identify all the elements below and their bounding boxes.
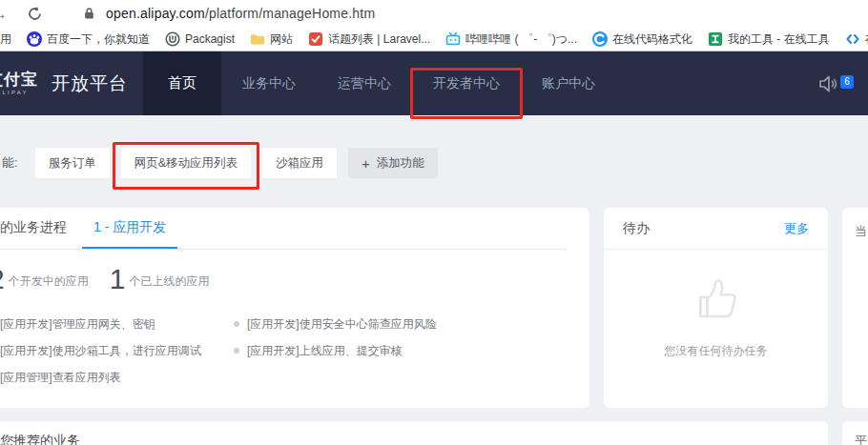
bookmark-label: 话题列表 | Laravel... [328,33,430,45]
todo-card-body: 您没有任何待办任务 [604,250,828,408]
bookmark-online-partial[interactable]: 在 [845,31,868,47]
bullet-icon [234,348,239,354]
nav-item-operation-center[interactable]: 运营中心 [317,51,412,115]
bookmark-code-formatter[interactable]: 在线代码格式化 [592,31,692,47]
address-bar[interactable]: open.alipay.com/platform/manageHome.htm [83,6,375,21]
nav-item-account-center[interactable]: 账户中心 [521,51,616,115]
forward-icon[interactable]: → [0,6,8,22]
list-item-text: [应用开发]使用沙箱工具，进行应用调试 [0,337,201,364]
url-path: /platform/manageHome.htm [205,6,375,21]
code-brackets-icon [845,31,860,47]
thumbs-up-icon [690,273,743,330]
top-navbar: 支付宝 ALIPAY 开放平台 首页 业务中心 运营中心 开发者中心 账户中心 [0,51,868,115]
stat-label: 个已上线的应用 [129,273,209,290]
alipay-logo-mark: 支付宝 ALIPAY [0,71,38,95]
speaker-icon [816,73,839,94]
bookmark-baidu[interactable]: 百度一下，你就知道 [27,31,150,47]
app-stats: 2 个开发中的应用 1 个已上线的应用 [0,265,567,293]
nav-item-label: 业务中心 [242,75,296,92]
quick-actions-toolbar: 能: 服务订单 网页&移动应用列表 沙箱应用 + 添加功能 [0,148,449,178]
bookmark-partial[interactable]: 用 [0,33,11,45]
right-card-title-partial: 当 [855,224,867,238]
stat-label: 个开发中的应用 [9,273,89,290]
alipay-logo-en: ALIPAY [0,90,29,95]
folder-icon [250,31,265,47]
todo-empty-text: 您没有任何待办任务 [665,343,768,359]
stat-online-apps: 1 个已上线的应用 [110,265,210,293]
nav-item-label: 账户中心 [542,75,595,92]
tab-app-development[interactable]: 1 - 应用开发 [82,219,177,249]
address-row: → open.alipay.com/platform/manageHome.ht… [0,0,868,27]
right-edge-card: 当 [842,208,868,408]
list-item: [应用开发]使用安全中心筛查应用风险 [234,311,437,337]
list-item-text: [应用开发]使用安全中心筛查应用风险 [247,311,437,337]
nav-item-business-center[interactable]: 业务中心 [221,51,317,115]
list-item: [应用管理]查看应用列表 [0,364,234,391]
progress-task-lists: [应用开发]管理应用网关、密钥 [应用开发]使用沙箱工具，进行应用调试 [应用管… [0,311,567,391]
bookmark-label: 百度一下，你就知道 [47,33,150,45]
bookmark-label: Packagist [185,33,235,45]
main-menu: 首页 业务中心 运营中心 开发者中心 账户中心 [143,51,616,115]
stat-developing-apps: 2 个开发中的应用 [0,265,89,293]
plus-icon: + [362,155,370,172]
notification-speaker[interactable]: 6 [816,73,839,94]
notification-badge: 6 [840,75,854,89]
task-list-left: [应用开发]管理应用网关、密钥 [应用开发]使用沙箱工具，进行应用调试 [应用管… [0,311,234,391]
list-item-text: [应用开发]上线应用、提交审核 [247,337,403,364]
nav-item-label: 首页 [168,74,196,92]
reload-glyph [27,6,43,22]
bookmark-website-folder[interactable]: 网站 [250,31,293,47]
bookmark-label: 在线代码格式化 [612,33,692,45]
nav-item-home[interactable]: 首页 [143,51,221,115]
sandbox-app-button[interactable]: 沙箱应用 [262,148,337,178]
recommend-card: 您推荐的业务 [0,421,828,445]
bookmark-label: 哔哩哔哩 ( ゜- ゜)つ... [465,33,577,45]
list-item: [应用开发]管理应用网关、密钥 [0,311,234,337]
screen: → open.alipay.com/platform/manageHome.ht… [0,0,868,445]
toolbar-label-partial: 能: [2,154,18,172]
todo-card: 待办 更多 您没有任何待办任务 [604,208,828,408]
list-item: [应用开发]上线应用、提交审核 [234,337,437,364]
lock-icon [83,7,95,20]
service-orders-button[interactable]: 服务订单 [35,148,110,178]
add-feature-label: 添加功能 [377,155,424,172]
web-mobile-app-list-button[interactable]: 网页&移动应用列表 [121,148,251,178]
bookmark-my-tools[interactable]: 我的工具 - 在线工具 [708,31,830,47]
bookmark-label: 用 [0,33,11,45]
task-list-right: [应用开发]使用安全中心筛查应用风险 [应用开发]上线应用、提交审核 [234,311,437,391]
code-formatter-icon [592,31,608,47]
bottom-right-edge-card: 平 [842,421,868,445]
url-text: open.alipay.com/platform/manageHome.htm [106,6,375,21]
stat-number: 2 [0,265,5,293]
baidu-icon [27,31,42,47]
stat-number: 1 [110,265,126,293]
nav-item-label: 运营中心 [338,75,391,92]
bookmark-packagist[interactable]: Packagist [165,31,235,47]
bookmarks-bar: 用 百度一下，你就知道 [0,27,868,51]
packagist-icon [165,31,180,47]
url-domain: open.alipay.com [106,6,205,21]
add-feature-button[interactable]: + 添加功能 [348,148,438,178]
reload-icon[interactable] [27,6,43,22]
bookmark-topic-list[interactable]: 话题列表 | Laravel... [308,31,430,47]
alipay-logo-cn: 支付宝 [0,71,38,88]
alipay-open-platform-logo[interactable]: 支付宝 ALIPAY 开放平台 [0,71,128,96]
bullet-icon [234,321,239,327]
todo-card-title: 待办 [623,220,650,237]
bottom-right-title-partial: 平 [855,434,867,445]
progress-card-title-partial: 的业务进程 [0,219,67,249]
nav-item-developer-center[interactable]: 开发者中心 [412,51,521,115]
platform-title: 开放平台 [52,71,128,96]
bookmark-label: 网站 [270,33,293,45]
web-mobile-app-list-wrap: 网页&移动应用列表 [121,148,251,178]
topic-list-icon [308,31,323,47]
todo-card-header: 待办 更多 [604,208,828,250]
todo-more-link[interactable]: 更多 [784,220,809,237]
bookmark-label: 我的工具 - 在线工具 [728,33,830,45]
browser-chrome: → open.alipay.com/platform/manageHome.ht… [0,0,868,51]
list-item: [应用开发]使用沙箱工具，进行应用调试 [0,337,234,364]
bookmark-bilibili[interactable]: 哔哩哔哩 ( ゜- ゜)つ... [445,31,577,47]
my-tools-icon [708,31,723,47]
list-item-text: [应用开发]管理应用网关、密钥 [0,311,155,337]
recommend-title-partial: 您推荐的业务 [0,433,80,445]
